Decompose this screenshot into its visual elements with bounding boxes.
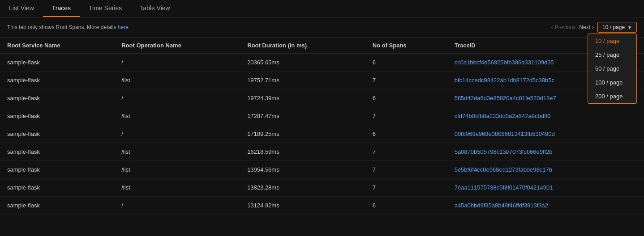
cell-service: sample-flask — [0, 197, 114, 215]
cell-operation: /list — [114, 179, 240, 197]
cell-operation: / — [114, 125, 240, 143]
traceid-link[interactable]: 5e5bf6f4cc0e968ed1273fabde98c17b — [455, 166, 552, 173]
cell-duration: 13124.92ms — [240, 197, 365, 215]
traceid-link[interactable]: 7eaa111575738c5f8f01470f04214901 — [455, 184, 553, 191]
cell-spans: 7 — [365, 72, 447, 89]
cell-service: sample-flask — [0, 107, 114, 125]
cell-operation: /list — [114, 143, 240, 161]
tab-time-series[interactable]: Time Series — [80, 0, 131, 17]
cell-operation: /list — [114, 161, 240, 179]
table-row: sample-flask/19724.39ms6585d42da6d3e8582… — [0, 89, 644, 107]
dropdown-item[interactable]: 25 / page — [588, 48, 636, 62]
cell-service: sample-flask — [0, 143, 114, 161]
cell-spans: 7 — [365, 179, 447, 197]
cell-duration: 13954.56ms — [240, 161, 365, 179]
chevron-left-icon: ‹ — [551, 24, 553, 30]
traceid-link[interactable]: bfc14ccedc93422ab1db8172d5c38b5c — [455, 77, 554, 84]
table-row: sample-flask/list19752.71ms7bfc14ccedc93… — [0, 72, 644, 89]
traceid-link[interactable]: cc0a1bbcf4d56825bfb386a331109d35 — [455, 59, 554, 66]
page-size-dropdown: 10 / page25 / page50 / page100 / page200… — [588, 34, 637, 104]
cell-service: sample-flask — [0, 161, 114, 179]
table-row: sample-flask/list17287.47ms7cfd74b0cfb8a… — [0, 107, 644, 125]
cell-operation: / — [114, 89, 240, 107]
cell-spans: 6 — [365, 89, 447, 107]
table-row: sample-flask/list13823.28ms77eaa11157573… — [0, 179, 644, 197]
info-text: This tab only shows Root Spans. More det… — [7, 24, 129, 30]
table-row: sample-flask/13124.92ms6a45a0bbd9f35a8b4… — [0, 197, 644, 215]
cell-operation: / — [114, 197, 240, 215]
chevron-right-icon: › — [592, 24, 594, 30]
table-header-row: Root Service Name Root Operation Name Ro… — [0, 38, 644, 54]
previous-button[interactable]: ‹ Previous — [551, 24, 576, 30]
cell-service: sample-flask — [0, 125, 114, 143]
cell-duration: 19724.39ms — [240, 89, 365, 107]
chevron-down-icon: ▼ — [627, 25, 632, 30]
table-row: sample-flask/20365.65ms6cc0a1bbcf4d56825… — [0, 54, 644, 72]
cell-operation: / — [114, 54, 240, 72]
cell-spans: 7 — [365, 161, 447, 179]
info-bar: This tab only shows Root Spans. More det… — [0, 17, 644, 38]
cell-spans: 6 — [365, 197, 447, 215]
traceid-link[interactable]: a45a0bbd9f35a8b49f46ffdf3913f3a2 — [455, 202, 548, 209]
cell-duration: 19752.71ms — [240, 72, 365, 89]
cell-operation: /list — [114, 107, 240, 125]
cell-operation: /list — [114, 72, 240, 89]
tab-table-view[interactable]: Table View — [131, 0, 179, 17]
cell-traceid: 5e5bf6f4cc0e968ed1273fabde98c17b — [447, 161, 644, 179]
cell-spans: 7 — [365, 143, 447, 161]
table-body: sample-flask/20365.65ms6cc0a1bbcf4d56825… — [0, 54, 644, 215]
traceid-link[interactable]: cfd74b0cfb8a233dd0a2a547a9cbdff0 — [455, 113, 550, 119]
page-size-selector: 10 / page ▼ 10 / page25 / page50 / page1… — [597, 22, 637, 33]
traces-table-container: Root Service Name Root Operation Name Ro… — [0, 38, 644, 215]
traceid-link[interactable]: 585d42da6d3e85820a4c81fe520d18e7 — [455, 95, 556, 101]
tab-traces[interactable]: Traces — [43, 0, 80, 17]
cell-service: sample-flask — [0, 72, 114, 89]
col-spans: No of Spans — [365, 38, 447, 54]
table-row: sample-flask/list13954.56ms75e5bf6f4cc0e… — [0, 161, 644, 179]
cell-duration: 17287.47ms — [240, 107, 365, 125]
tab-list-view[interactable]: List View — [0, 0, 43, 17]
cell-service: sample-flask — [0, 54, 114, 72]
dropdown-item[interactable]: 10 / page — [588, 34, 636, 48]
traceid-link[interactable]: 00f8069e968e38086813413fb530490d — [455, 131, 555, 137]
next-button[interactable]: Next › — [579, 24, 594, 30]
table-row: sample-flask/list16218.59ms75a0870b50579… — [0, 143, 644, 161]
cell-traceid: 5a0870b505798c13e7073fcb66e9ff2b — [447, 143, 644, 161]
cell-traceid: cfd74b0cfb8a233dd0a2a547a9cbdff0 — [447, 107, 644, 125]
col-duration: Root Duration (in ms) — [240, 38, 365, 54]
cell-spans: 6 — [365, 125, 447, 143]
cell-service: sample-flask — [0, 179, 114, 197]
pagination-controls: ‹ Previous Next › 10 / page ▼ 10 / page2… — [551, 22, 637, 33]
col-operation: Root Operation Name — [114, 38, 240, 54]
cell-traceid: 00f8069e968e38086813413fb530490d — [447, 125, 644, 143]
cell-duration: 16218.59ms — [240, 143, 365, 161]
dropdown-item[interactable]: 200 / page — [588, 89, 636, 103]
traceid-link[interactable]: 5a0870b505798c13e7073fcb66e9ff2b — [455, 148, 553, 155]
info-link[interactable]: here — [118, 24, 129, 30]
cell-spans: 6 — [365, 54, 447, 72]
page-size-button[interactable]: 10 / page ▼ — [597, 22, 637, 33]
tabs-container: List View Traces Time Series Table View — [0, 0, 644, 17]
cell-traceid: 7eaa111575738c5f8f01470f04214901 — [447, 179, 644, 197]
cell-service: sample-flask — [0, 89, 114, 107]
cell-duration: 13823.28ms — [240, 179, 365, 197]
dropdown-item[interactable]: 100 / page — [588, 76, 636, 89]
dropdown-item[interactable]: 50 / page — [588, 62, 636, 76]
cell-traceid: a45a0bbd9f35a8b49f46ffdf3913f3a2 — [447, 197, 644, 215]
traces-table: Root Service Name Root Operation Name Ro… — [0, 38, 644, 215]
cell-duration: 17189.25ms — [240, 125, 365, 143]
cell-duration: 20365.65ms — [240, 54, 365, 72]
col-service: Root Service Name — [0, 38, 114, 54]
cell-spans: 7 — [365, 107, 447, 125]
table-row: sample-flask/17189.25ms600f8069e968e3808… — [0, 125, 644, 143]
